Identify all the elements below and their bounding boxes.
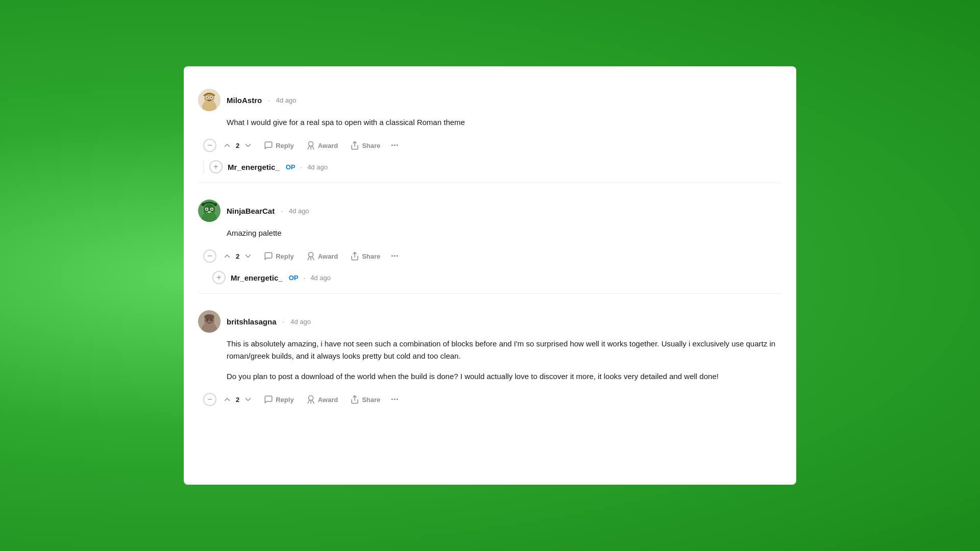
- comment-1-header: MiloAstro · 4d ago: [198, 89, 782, 111]
- svg-point-5: [207, 97, 208, 98]
- comment-1-actions: − 2 Reply Award Share: [203, 134, 796, 160]
- collapse-btn-3[interactable]: −: [203, 393, 216, 406]
- award-btn-2[interactable]: Award: [301, 248, 344, 264]
- comment-2: NinjaBearCat · 4d ago Amazing palette − …: [184, 191, 796, 293]
- more-btn-1[interactable]: ···: [387, 138, 402, 153]
- op-badge-1: OP: [286, 163, 296, 171]
- comment-1-body: What I would give for a real spa to open…: [227, 116, 782, 129]
- more-btn-3[interactable]: ···: [387, 392, 402, 407]
- sep-2: ·: [281, 207, 283, 215]
- vote-group-2: 2: [218, 247, 257, 265]
- upvote-btn-1[interactable]: [222, 139, 233, 152]
- comment-1-text: What I would give for a real spa to open…: [227, 116, 782, 129]
- comment-3-block: britshlasagna · 4d ago This is absolutel…: [184, 302, 796, 383]
- comment-2-header: NinjaBearCat · 4d ago: [198, 199, 782, 222]
- reply-sep-1: ·: [301, 163, 303, 171]
- op-badge-2: OP: [289, 274, 299, 282]
- downvote-btn-1[interactable]: [242, 139, 254, 152]
- reply-timestamp-2: 4d ago: [310, 274, 331, 282]
- divider-1: [198, 183, 782, 183]
- svg-point-6: [211, 97, 212, 98]
- avatar-britshlasagna: [198, 310, 220, 333]
- collapse-btn-1[interactable]: −: [203, 139, 216, 152]
- comment-1-block: MiloAstro · 4d ago What I would give for…: [184, 81, 796, 129]
- comment-2-body: Amazing palette: [227, 227, 782, 239]
- svg-point-17: [202, 203, 205, 206]
- vote-group-1: 2: [218, 137, 257, 154]
- comment-1: MiloAstro · 4d ago What I would give for…: [184, 81, 796, 183]
- share-btn-2[interactable]: Share: [345, 248, 385, 264]
- share-btn-1[interactable]: Share: [345, 138, 385, 153]
- reply-btn-2[interactable]: Reply: [259, 248, 299, 264]
- svg-point-14: [206, 209, 208, 210]
- comment-3-text2: Do you plan to post a download of the wo…: [227, 370, 782, 383]
- svg-point-18: [214, 203, 217, 206]
- reply-timestamp-1: 4d ago: [307, 163, 328, 171]
- comment-3: britshlasagna · 4d ago This is absolutel…: [184, 302, 796, 414]
- comment-3-header: britshlasagna · 4d ago: [198, 310, 782, 333]
- upvote-btn-2[interactable]: [222, 249, 233, 263]
- comment-3-body: This is absolutely amazing, i have not s…: [227, 338, 782, 383]
- comment-2-actions: − 2 Reply Award Share: [203, 244, 796, 271]
- reply-btn-1[interactable]: Reply: [259, 138, 299, 153]
- more-btn-2[interactable]: ···: [387, 249, 402, 263]
- upvote-btn-3[interactable]: [222, 393, 233, 406]
- comments-card: MiloAstro · 4d ago What I would give for…: [184, 66, 796, 485]
- reply-row-2: + Mr_energetic_ OP · 4d ago: [212, 271, 796, 293]
- timestamp-3: 4d ago: [290, 318, 311, 325]
- svg-point-27: [308, 396, 313, 400]
- reply-btn-3[interactable]: Reply: [259, 392, 299, 407]
- share-btn-3[interactable]: Share: [345, 392, 385, 407]
- svg-point-15: [211, 209, 213, 210]
- sep-3: ·: [283, 318, 285, 325]
- vote-count-2: 2: [234, 253, 241, 260]
- timestamp-1: 4d ago: [276, 96, 297, 104]
- expand-reply-1[interactable]: +: [209, 160, 223, 173]
- svg-point-7: [308, 142, 313, 146]
- award-btn-1[interactable]: Award: [301, 138, 344, 153]
- comment-3-text1: This is absolutely amazing, i have not s…: [227, 338, 782, 362]
- sep-1: ·: [268, 96, 270, 104]
- comment-2-text: Amazing palette: [227, 227, 782, 239]
- reply-row-1: + Mr_energetic_ OP · 4d ago: [212, 160, 796, 183]
- downvote-btn-2[interactable]: [242, 249, 254, 263]
- vote-count-1: 2: [234, 142, 241, 149]
- username-miloastro[interactable]: MiloAstro: [227, 96, 262, 105]
- timestamp-2: 4d ago: [289, 207, 309, 215]
- username-britshlasagna[interactable]: britshlasagna: [227, 317, 277, 326]
- svg-point-26: [204, 314, 214, 319]
- svg-rect-16: [208, 211, 211, 213]
- svg-point-19: [308, 253, 313, 257]
- avatar-ninjabearcat: [198, 199, 220, 222]
- comment-3-actions: − 2 Reply Award Share: [203, 388, 796, 414]
- reply-username-1[interactable]: Mr_energetic_: [228, 163, 280, 171]
- vote-count-3: 2: [234, 396, 241, 404]
- comment-2-block: NinjaBearCat · 4d ago Amazing palette: [184, 191, 796, 239]
- divider-2: [198, 293, 782, 294]
- expand-reply-2[interactable]: +: [212, 271, 226, 284]
- reply-sep-2: ·: [304, 274, 306, 282]
- vote-group-3: 2: [218, 391, 257, 408]
- reply-username-2[interactable]: Mr_energetic_: [231, 273, 283, 282]
- username-ninjabearcat[interactable]: NinjaBearCat: [227, 207, 275, 215]
- downvote-btn-3[interactable]: [242, 393, 254, 406]
- collapse-btn-2[interactable]: −: [203, 249, 216, 263]
- award-btn-3[interactable]: Award: [301, 392, 344, 407]
- avatar-miloastro: [198, 89, 220, 111]
